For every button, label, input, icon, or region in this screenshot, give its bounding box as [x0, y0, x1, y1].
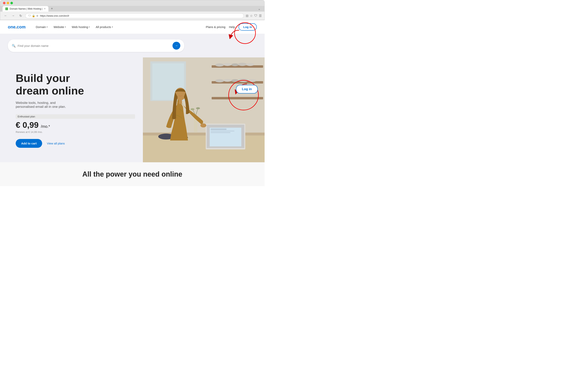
- svg-point-32: [196, 107, 200, 109]
- nav-domain-label: Domain: [36, 25, 46, 28]
- hero-image: Log in: [143, 58, 264, 162]
- svg-point-11: [246, 63, 254, 66]
- svg-rect-23: [211, 130, 234, 131]
- fullscreen-button[interactable]: [10, 2, 13, 4]
- search-submit-button[interactable]: →: [172, 42, 180, 50]
- nav-item-domain[interactable]: Domain ▾: [34, 24, 50, 30]
- tab-bar: Domain Names | Web Hosting | ✕ + ⌄: [0, 6, 264, 12]
- header-right: Plans & pricing Help Log in: [206, 23, 257, 30]
- browser-titlebar: [0, 0, 264, 6]
- svg-rect-35: [179, 100, 182, 104]
- nav-item-allproducts[interactable]: All products ▾: [93, 24, 115, 30]
- hero-price-sub: Renews at € 14,99 /mo.: [16, 130, 135, 134]
- login-zoom-button[interactable]: Log in: [236, 85, 258, 94]
- svg-rect-6: [212, 97, 263, 99]
- tab-favicon: [5, 8, 8, 10]
- close-button[interactable]: [3, 2, 6, 4]
- search-icon: 🔍: [12, 44, 16, 48]
- svg-rect-22: [211, 128, 226, 130]
- main-nav: Domain ▾ Website ▾ Web hosting ▾ All pro…: [34, 24, 206, 30]
- domain-search-bar: 🔍 →: [8, 40, 184, 52]
- svg-point-7: [215, 63, 224, 66]
- shield-icon: 🛡: [28, 14, 31, 17]
- nav-item-webhosting[interactable]: Web hosting ▾: [70, 24, 92, 30]
- plans-pricing-link[interactable]: Plans & pricing: [206, 25, 226, 28]
- new-tab-button[interactable]: +: [49, 6, 54, 12]
- address-bar-icons: 🛡 🔒 ⊕: [28, 14, 38, 17]
- svg-rect-18: [143, 136, 264, 162]
- hero-title: Build your dream online: [16, 72, 135, 97]
- minimize-button[interactable]: [7, 2, 9, 4]
- price-period: /mo.*: [41, 124, 50, 128]
- browser-toolbar: ← → ↻ 🛡 🔒 ⊕ https://www.one.com/en/# ⊟ ☆…: [0, 12, 264, 20]
- svg-point-10: [238, 63, 246, 66]
- chevron-down-icon: ▾: [89, 26, 90, 28]
- chevron-down-icon: ▾: [65, 26, 66, 28]
- view-all-plans-link[interactable]: View all plans: [47, 142, 65, 145]
- hero-section: Build your dream online Website tools, h…: [0, 58, 264, 162]
- refresh-button[interactable]: ↻: [18, 13, 23, 18]
- help-link[interactable]: Help: [229, 25, 235, 28]
- traffic-lights: [3, 2, 13, 4]
- url-text: https://www.one.com/en/#: [40, 14, 69, 17]
- back-button[interactable]: ←: [3, 13, 8, 18]
- svg-point-33: [200, 124, 206, 128]
- logo[interactable]: one.com: [8, 24, 26, 30]
- svg-point-9: [232, 63, 238, 66]
- svg-point-13: [224, 79, 231, 82]
- nav-webhosting-label: Web hosting: [72, 25, 88, 28]
- reader-icon[interactable]: ⊟: [246, 14, 248, 18]
- svg-rect-21: [210, 128, 241, 146]
- svg-point-8: [224, 63, 231, 66]
- login-zoom: Log in: [236, 85, 258, 94]
- toolbar-right: ⊟ ☆ 🛡 ☰: [246, 14, 262, 18]
- svg-point-12: [215, 79, 224, 82]
- nav-allproducts-label: All products: [96, 25, 111, 28]
- bookmark-icon[interactable]: ☆: [250, 14, 253, 18]
- woman-scene: [143, 58, 264, 162]
- site-wrapper: one.com Domain ▾ Website ▾ Web hosting ▾…: [0, 20, 264, 186]
- hero-subtitle: Website tools, hosting, andpersonalised …: [16, 101, 135, 109]
- tab-close-icon[interactable]: ✕: [44, 8, 46, 10]
- menu-icon[interactable]: ☰: [259, 14, 262, 18]
- site-header: one.com Domain ▾ Website ▾ Web hosting ▾…: [0, 20, 264, 34]
- lock-icon: 🔒: [32, 14, 35, 17]
- forward-button[interactable]: →: [10, 13, 16, 18]
- shield-menu-icon[interactable]: 🛡: [254, 14, 257, 18]
- nav-item-website[interactable]: Website ▾: [51, 24, 68, 30]
- svg-point-15: [238, 78, 248, 82]
- login-button[interactable]: Log in: [238, 23, 257, 30]
- chevron-down-icon: ▾: [112, 26, 113, 28]
- hero-actions: Add to cart View all plans: [16, 139, 135, 148]
- chevron-down-icon: ▾: [47, 26, 48, 28]
- tab-dropdown-icon[interactable]: ⌄: [256, 6, 262, 11]
- svg-point-14: [232, 79, 238, 82]
- hero-text: Build your dream online Website tools, h…: [0, 58, 143, 162]
- domain-search-input[interactable]: [18, 44, 170, 48]
- nav-website-label: Website: [54, 25, 64, 28]
- svg-point-16: [248, 79, 256, 82]
- hero-price: € 0,99 /mo.*: [16, 120, 135, 130]
- bottom-teaser: All the power you need online: [0, 162, 264, 186]
- translate-icon: ⊕: [36, 14, 38, 17]
- tab-label: Domain Names | Web Hosting |: [10, 8, 42, 10]
- address-bar[interactable]: 🛡 🔒 ⊕ https://www.one.com/en/#: [25, 13, 244, 18]
- svg-rect-24: [211, 132, 230, 133]
- hero-search-section: 🔍 →: [0, 34, 264, 58]
- add-to-cart-button[interactable]: Add to cart: [16, 139, 42, 148]
- bottom-teaser-title: All the power you need online: [16, 170, 249, 178]
- browser-tab[interactable]: Domain Names | Web Hosting | ✕: [2, 6, 48, 12]
- plan-badge: Enthusiast plan: [16, 114, 135, 119]
- svg-point-31: [190, 108, 194, 110]
